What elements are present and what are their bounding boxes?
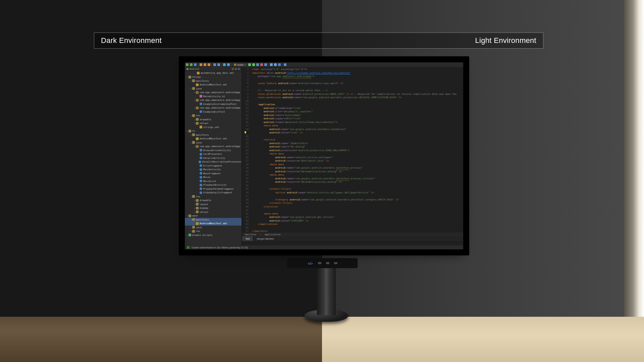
caret-icon[interactable]: ▾ [190, 80, 192, 82]
tree-item[interactable]: ▸drawable [185, 198, 241, 202]
tree-item[interactable]: ▾java [185, 141, 241, 145]
caret-icon[interactable]: ▾ [194, 107, 196, 109]
sync-icon[interactable] [278, 63, 281, 66]
run-icon[interactable] [248, 63, 251, 66]
tree-item[interactable]: ▾things [185, 75, 241, 79]
tree-item[interactable]: MainActivity [185, 168, 241, 172]
caret-icon[interactable]: ▾ [186, 130, 189, 132]
tree-item[interactable]: ▾manifests [185, 133, 241, 137]
caret-icon[interactable]: ▾ [190, 219, 192, 221]
help-icon[interactable] [284, 63, 286, 66]
caret-icon[interactable]: ▸ [194, 207, 196, 209]
caret-icon[interactable]: ▾ [190, 114, 192, 117]
run-config-select[interactable]: mobile▾ [233, 63, 247, 66]
editor-tab[interactable]: Merged Manifest [253, 236, 277, 241]
tree-item[interactable]: AndroidManifest.xml [185, 83, 241, 87]
profile-icon[interactable] [264, 63, 267, 66]
crumb[interactable]: manifest [245, 233, 257, 236]
caret-icon[interactable]: ▾ [190, 141, 192, 144]
tree-item[interactable]: ▾com.app.umanusorn.androidapp [185, 144, 241, 148]
monitor-button[interactable] [334, 262, 337, 264]
tree-item[interactable]: DetailsActivity [185, 156, 241, 160]
caret-icon[interactable]: ▸ [186, 234, 189, 236]
tree-item[interactable]: ▾res [185, 195, 241, 199]
caret-icon[interactable]: ▸ [194, 199, 196, 201]
tree-item[interactable]: BrowseErrorActivity [185, 148, 241, 153]
tree-item[interactable]: ▾com.app.umanusorn.androidapp [185, 90, 241, 95]
project-sidebar[interactable]: Android automotive_app_desc.xml ▾things▾… [185, 67, 242, 245]
tree-item[interactable]: ▸Gradle Scripts [185, 233, 241, 237]
replace-icon[interactable] [217, 63, 220, 66]
tree-item[interactable]: MainFragment [185, 172, 241, 176]
tree-item[interactable]: ▸layout [185, 202, 241, 206]
caret-icon[interactable]: ▸ [190, 230, 192, 232]
tree-item[interactable]: AndroidManifest.xml [185, 222, 241, 226]
caret-icon[interactable]: ▾ [194, 99, 196, 101]
avd-icon[interactable] [270, 63, 273, 66]
tree-item[interactable]: ▾com.app.umanusorn.androidapp [185, 98, 241, 102]
tree-item[interactable]: AndroidManifest.xml [185, 137, 241, 141]
tree-item[interactable]: ▾com.app.umanusorn.androidapp [185, 106, 241, 110]
project-view-header[interactable]: Android [185, 67, 241, 71]
caret-icon[interactable]: ▸ [194, 118, 196, 121]
tree-item[interactable]: CardPresenter [185, 152, 241, 156]
tree-item[interactable]: Movie [185, 175, 241, 179]
tree-item[interactable]: ▸java [185, 226, 241, 230]
tree-item[interactable]: MovieList [185, 179, 241, 183]
paste-icon[interactable] [208, 63, 210, 66]
back-icon[interactable] [223, 63, 226, 66]
tree-item[interactable]: DetailsDescriptionPresenter [185, 160, 241, 164]
copy-icon[interactable] [204, 63, 206, 66]
tree-item[interactable]: ▾values [185, 121, 241, 125]
tree-item[interactable]: ExampleInstrumentedTest [185, 102, 241, 106]
project-tree[interactable]: ▾things▾manifestsAndroidManifest.xml▾jav… [185, 75, 241, 237]
open-icon[interactable] [190, 63, 193, 66]
tree-item[interactable]: MainActivity.kt [185, 95, 241, 99]
collapse-icon[interactable] [235, 68, 237, 70]
tree-item[interactable]: ▸values [185, 210, 241, 214]
tree-item[interactable]: ▸drawable [185, 118, 241, 122]
tree-item[interactable]: strings.xml [185, 125, 241, 129]
tree-item[interactable]: ExampleUnitTest [185, 110, 241, 114]
code-area[interactable]: <?xml version="1.0" encoding="utf-8"?><m… [250, 67, 463, 245]
bulb-icon[interactable]: 💡 [242, 131, 249, 135]
tree-item[interactable]: PlaybackActivity [185, 183, 241, 187]
tree-item[interactable]: ▾manifests [185, 218, 241, 222]
gear-icon[interactable] [232, 68, 234, 70]
code-editor[interactable]: 123456789101112131415161718💡202122232425… [242, 67, 463, 245]
find-icon[interactable] [213, 63, 216, 66]
caret-icon[interactable]: ▸ [194, 211, 196, 213]
tree-item[interactable]: ▾manifests [185, 79, 241, 83]
debug-icon[interactable] [256, 63, 259, 66]
apply-icon[interactable] [252, 63, 255, 66]
tree-item[interactable]: ▾res [185, 114, 241, 118]
caret-icon[interactable]: ▾ [194, 91, 196, 94]
editor-tab[interactable]: Text [242, 236, 253, 241]
tree-item[interactable]: ErrorFragment [185, 164, 241, 168]
caret-icon[interactable]: ▾ [190, 195, 192, 198]
crumb[interactable]: application [265, 233, 281, 236]
tree-item[interactable]: ▸res [185, 229, 241, 233]
forward-icon[interactable] [227, 63, 230, 66]
caret-icon[interactable]: ▾ [194, 122, 196, 124]
monitor-button[interactable] [326, 262, 329, 264]
tree-item[interactable]: VideoDetailsFragment [185, 191, 241, 195]
cut-icon[interactable] [200, 63, 202, 66]
breadcrumb-row[interactable]: automotive_app_desc.xml [185, 71, 241, 75]
hide-icon[interactable] [238, 68, 240, 70]
caret-icon[interactable]: ▾ [186, 76, 189, 78]
tree-item[interactable]: ▾wear [185, 214, 241, 218]
caret-icon[interactable]: ▸ [194, 203, 196, 205]
monitor-button[interactable] [318, 262, 321, 264]
tree-item[interactable]: ▾java [185, 87, 241, 91]
caret-icon[interactable]: ▾ [190, 134, 192, 136]
stop-icon[interactable] [260, 63, 263, 66]
sdk-icon[interactable] [274, 63, 277, 66]
save-icon[interactable] [194, 63, 197, 66]
caret-icon[interactable]: ▸ [190, 226, 192, 229]
tree-item[interactable]: ▾tv [185, 129, 241, 133]
file-icon[interactable] [186, 63, 189, 66]
tree-item[interactable]: PlaybackVideoFragment [185, 187, 241, 191]
tree-item[interactable]: ▸mipmap [185, 206, 241, 210]
caret-icon[interactable]: ▾ [190, 87, 192, 90]
